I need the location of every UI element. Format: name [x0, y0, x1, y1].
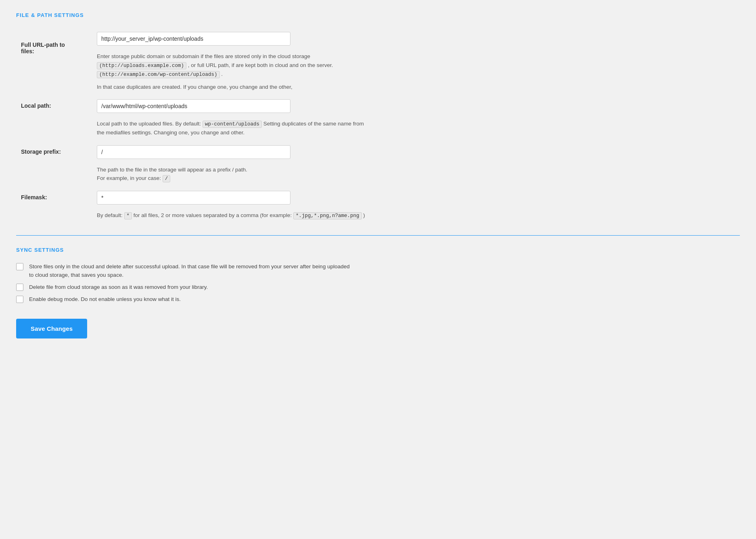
- local-path-input[interactable]: [97, 99, 290, 113]
- storage-prefix-input[interactable]: [97, 145, 290, 159]
- full-url-field-cell: Enter storage public domain or subdomain…: [89, 28, 740, 95]
- local-path-description: Local path to the uploaded files. By def…: [97, 119, 371, 137]
- local-path-field-cell: Local path to the uploaded files. By def…: [89, 95, 740, 141]
- local-path-label: Local path:: [16, 95, 89, 141]
- filemask-code-2: *.jpg,*.png,n?ame.png: [293, 212, 362, 219]
- sync-delete-cloud-label: Delete file from cloud storage as soon a…: [29, 283, 208, 291]
- storage-prefix-code-1: /: [163, 175, 171, 182]
- file-path-section: FILE & PATH SETTINGS Full URL-path to fi…: [16, 12, 740, 224]
- filemask-code-1: *: [124, 212, 132, 219]
- sync-cloud-only-label: Store files only in the cloud and delete…: [29, 263, 352, 279]
- full-url-label: Full URL-path to files:: [16, 28, 89, 95]
- file-path-section-title: FILE & PATH SETTINGS: [16, 12, 740, 18]
- sync-cloud-only-checkbox[interactable]: [16, 263, 23, 270]
- filemask-description: By default: * for all files, 2 or more v…: [97, 211, 371, 220]
- storage-prefix-description: The path to the file in the storage will…: [97, 165, 371, 183]
- full-url-description-2: In that case duplicates are created. If …: [97, 83, 371, 92]
- full-url-input-wrapper: [97, 32, 735, 46]
- full-url-input[interactable]: [97, 32, 290, 46]
- storage-prefix-row: Storage prefix: The path to the file in …: [16, 141, 740, 187]
- local-path-row: Local path: Local path to the uploaded f…: [16, 95, 740, 141]
- storage-prefix-label: Storage prefix:: [16, 141, 89, 187]
- filemask-input[interactable]: [97, 191, 290, 205]
- save-changes-button[interactable]: Save Changes: [16, 319, 87, 338]
- sync-debug-label: Enable debug mode. Do not enable unless …: [29, 295, 181, 303]
- sync-debug-checkbox[interactable]: [16, 296, 23, 303]
- full-url-row: Full URL-path to files: Enter storage pu…: [16, 28, 740, 95]
- full-url-description: Enter storage public domain or subdomain…: [97, 52, 371, 79]
- section-divider: [16, 235, 740, 236]
- local-path-input-wrapper: [97, 99, 735, 113]
- full-url-code-1: (http://uploads.example.com): [97, 62, 186, 69]
- filemask-field-cell: By default: * for all files, 2 or more v…: [89, 187, 740, 224]
- filemask-label: Filemask:: [16, 187, 89, 224]
- full-url-code-2: (http://example.com/wp-content/uploads): [97, 71, 220, 78]
- local-path-code-1: wp-content/uploads: [203, 121, 262, 128]
- sync-checkbox-row-2: Delete file from cloud storage as soon a…: [16, 283, 740, 291]
- sync-section: SYNC SETTINGS Store files only in the cl…: [16, 247, 740, 338]
- sync-checkbox-row-1: Store files only in the cloud and delete…: [16, 263, 740, 279]
- settings-table: Full URL-path to files: Enter storage pu…: [16, 28, 740, 224]
- storage-prefix-field-cell: The path to the file in the storage will…: [89, 141, 740, 187]
- filemask-row: Filemask: By default: * for all files, 2…: [16, 187, 740, 224]
- sync-checkbox-row-3: Enable debug mode. Do not enable unless …: [16, 295, 740, 303]
- sync-section-title: SYNC SETTINGS: [16, 247, 740, 253]
- sync-delete-cloud-checkbox[interactable]: [16, 284, 23, 291]
- storage-prefix-input-wrapper: [97, 145, 735, 159]
- filemask-input-wrapper: [97, 191, 735, 205]
